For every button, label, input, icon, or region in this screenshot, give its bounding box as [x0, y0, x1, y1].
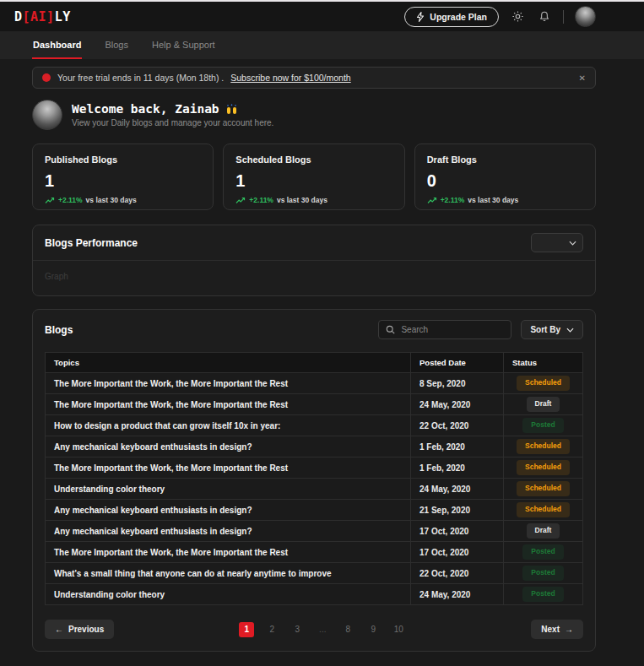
trial-banner-message: Your free trial ends in 11 days (Mon 18t…: [57, 73, 224, 83]
chevron-down-icon: [569, 241, 576, 246]
trend-percent: +2.11%: [249, 196, 273, 204]
table-row[interactable]: The More Important the Work, the More Im…: [46, 372, 582, 393]
blogs-search-box: [378, 320, 511, 339]
table-row[interactable]: The More Important the Work, the More Im…: [46, 393, 582, 414]
cell-topic: Any mechanical keyboard enthusiasts in d…: [46, 521, 411, 541]
status-badge: Posted: [522, 587, 563, 601]
stat-card-value: 1: [45, 172, 201, 189]
nav-tab-label: Dashboard: [33, 40, 81, 50]
page-number[interactable]: 2: [264, 622, 279, 637]
welcome-title: Welcome back, Zainab: [72, 102, 219, 116]
page-number[interactable]: ...: [315, 622, 330, 637]
previous-label: Previous: [68, 625, 104, 634]
performance-range-select[interactable]: [531, 233, 583, 252]
cell-status: Scheduled: [504, 436, 582, 457]
cell-posted-date: 24 May, 2020: [411, 584, 504, 604]
trend-percent: +2.11%: [58, 196, 83, 204]
page-numbers: 1 2 3 ... 8 9 10: [239, 622, 406, 637]
cell-topic: What's a small thing that anyone can do …: [46, 563, 411, 583]
cell-posted-date: 8 Sep, 2020: [411, 373, 504, 393]
cell-posted-date: 22 Oct, 2020: [411, 415, 504, 436]
table-row[interactable]: What's a small thing that anyone can do …: [46, 562, 582, 583]
cell-status: Posted: [504, 584, 582, 604]
table-row[interactable]: How to design a product that can grow it…: [46, 414, 582, 436]
cell-topic: The More Important the Work, the More Im…: [46, 394, 411, 414]
gear-icon: [511, 10, 524, 23]
column-header-topics: Topics: [46, 353, 411, 372]
user-avatar[interactable]: [575, 6, 596, 27]
trend-percent: +2.11%: [441, 196, 465, 204]
page-number[interactable]: 8: [340, 622, 355, 637]
column-header-status: Status: [504, 353, 582, 372]
table-row[interactable]: Any mechanical keyboard enthusiasts in d…: [46, 436, 582, 457]
cell-topic: Understanding color theory: [46, 584, 411, 604]
header-actions: Upgrade Plan: [404, 6, 596, 27]
cell-status: Draft: [504, 394, 582, 414]
trend-up-icon: [45, 197, 55, 204]
status-badge: Scheduled: [517, 502, 570, 517]
arrow-left-icon: ←: [55, 625, 63, 634]
table-row[interactable]: Any mechanical keyboard enthusiasts in d…: [46, 520, 582, 541]
search-input[interactable]: [401, 325, 504, 334]
trend-note: vs last 30 days: [277, 196, 327, 204]
subscribe-link[interactable]: Subscribe now for $100/month: [230, 73, 350, 83]
next-label: Next: [541, 625, 560, 634]
pagination: ← Previous 1 2 3 ... 8 9 10: [45, 620, 583, 639]
blogs-panel: Blogs Sort By Topics Posted Date Status: [32, 309, 596, 652]
cell-topic: Any mechanical keyboard enthusiasts in d…: [46, 500, 411, 520]
cell-posted-date: 21 Sep, 2020: [411, 500, 504, 520]
trend-up-icon: [235, 197, 246, 204]
nav-tab[interactable]: Dashboard: [32, 31, 82, 59]
status-badge: Draft: [527, 523, 560, 538]
cell-posted-date: 17 Oct, 2020: [411, 521, 504, 541]
welcome-section: Welcome back, Zainab View your Daily blo…: [32, 100, 596, 130]
status-badge: Scheduled: [517, 439, 570, 453]
nav-tab[interactable]: Blogs: [104, 31, 129, 59]
main-content: Your free trial ends in 11 days (Mon 18t…: [0, 59, 644, 652]
welcome-text: Welcome back, Zainab View your Daily blo…: [72, 102, 273, 127]
status-badge: Scheduled: [517, 376, 570, 390]
bell-icon: [538, 10, 550, 23]
previous-page-button[interactable]: ← Previous: [45, 620, 114, 639]
trend-note: vs last 30 days: [468, 196, 518, 204]
nav-tab[interactable]: Help & Support: [151, 31, 216, 59]
table-row[interactable]: Understanding color theory 24 May, 2020 …: [46, 478, 582, 499]
cell-status: Scheduled: [504, 458, 582, 478]
stat-card: Draft Blogs 0 +2.11% vs last 30 days: [414, 143, 596, 210]
column-header-posted-date: Posted Date: [411, 353, 504, 372]
blogs-table: Topics Posted Date Status The More Impor…: [45, 352, 583, 605]
sort-by-label: Sort By: [530, 325, 560, 334]
cell-status: Posted: [504, 415, 582, 436]
page-number[interactable]: 10: [391, 622, 406, 637]
notifications-button[interactable]: [537, 8, 552, 24]
cell-topic: How to design a product that can grow it…: [46, 415, 411, 436]
alert-dot-icon: [42, 73, 51, 82]
upgrade-plan-button[interactable]: Upgrade Plan: [404, 7, 499, 27]
table-row[interactable]: Understanding color theory 24 May, 2020 …: [46, 583, 582, 604]
blogs-header: Blogs Sort By: [45, 320, 583, 339]
table-row[interactable]: Any mechanical keyboard enthusiasts in d…: [46, 499, 582, 520]
stat-card: Scheduled Blogs 1 +2.11% vs last 30 days: [223, 143, 404, 210]
table-row[interactable]: The More Important the Work, the More Im…: [46, 457, 582, 478]
performance-graph-placeholder: Graph: [33, 261, 595, 295]
cell-status: Posted: [504, 542, 582, 562]
table-row[interactable]: The More Important the Work, the More Im…: [46, 541, 582, 562]
stat-card-trend: +2.11% vs last 30 days: [45, 196, 201, 204]
cell-posted-date: 1 Feb, 2020: [411, 436, 504, 457]
status-badge: Scheduled: [517, 460, 570, 474]
logo-part-ai: [AI]: [23, 9, 55, 24]
settings-button[interactable]: [510, 8, 526, 24]
page-number[interactable]: 9: [365, 622, 381, 637]
next-page-button[interactable]: Next →: [531, 620, 583, 639]
stat-card-value: 1: [235, 172, 392, 189]
page-number[interactable]: 1: [239, 622, 254, 637]
cell-status: Draft: [504, 521, 582, 541]
sort-by-button[interactable]: Sort By: [521, 320, 583, 339]
banner-close-button[interactable]: ✕: [579, 73, 586, 83]
chevron-down-icon: [566, 328, 574, 333]
welcome-avatar: [32, 100, 62, 130]
page-number[interactable]: 3: [290, 622, 305, 637]
cell-posted-date: 24 May, 2020: [411, 479, 504, 499]
nav-tab-label: Help & Support: [152, 40, 215, 50]
nav-tab-label: Blogs: [105, 40, 128, 50]
